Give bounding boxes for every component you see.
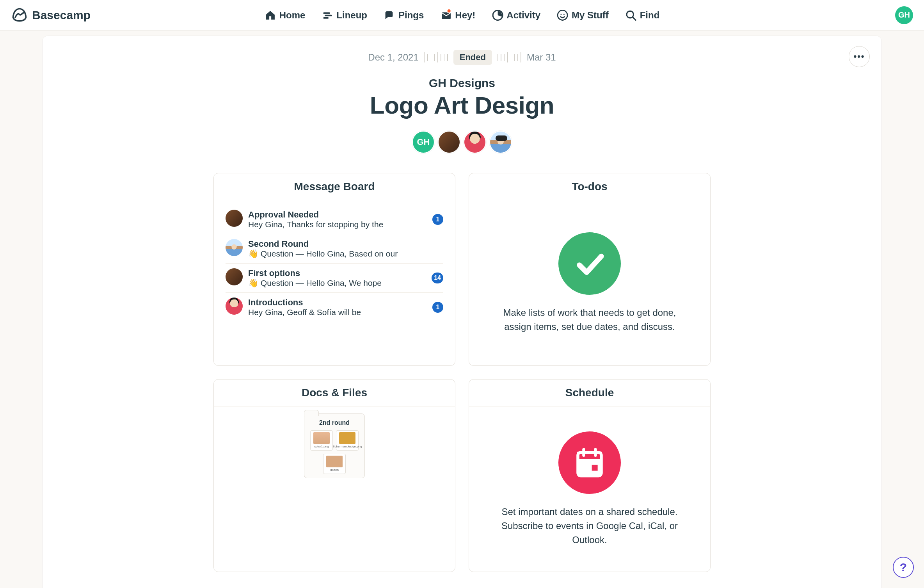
nav-pings-label: Pings	[398, 10, 424, 21]
calendar-icon	[572, 445, 607, 480]
nav-home-label: Home	[279, 10, 306, 21]
svg-point-4	[558, 10, 568, 20]
message-title: Approval Needed	[248, 210, 428, 220]
current-user-initials: GH	[898, 11, 910, 20]
message-item[interactable]: Introductions Hey Gina, Geoff & Sofía wi…	[226, 293, 443, 322]
member-avatar[interactable]	[489, 131, 512, 153]
org-name: GH Designs	[58, 77, 866, 90]
docs-folder[interactable]: 2nd round color1.png Schermandesign.png	[304, 413, 365, 478]
card-schedule[interactable]: Schedule Set important dates on a shared…	[469, 379, 711, 572]
more-icon: •••	[853, 52, 865, 62]
project-more-button[interactable]: •••	[849, 46, 870, 67]
mystuff-icon	[557, 9, 569, 21]
nav-hey-label: Hey!	[455, 10, 475, 21]
file-label: dozen	[330, 469, 339, 472]
svg-rect-12	[591, 464, 599, 471]
message-avatar	[226, 268, 243, 285]
checkmark-icon	[572, 246, 607, 281]
todos-desc: Make lists of work that needs to get don…	[492, 306, 687, 334]
svg-rect-1	[325, 14, 332, 16]
svg-line-8	[633, 17, 636, 20]
svg-rect-0	[323, 12, 330, 14]
message-preview: 👋 Question — Hello Gina, Based on our	[248, 249, 428, 258]
card-message-board[interactable]: Message Board Approval Needed Hey Gina, …	[213, 173, 455, 366]
nav-mystuff-label: My Stuff	[572, 10, 609, 21]
timeline-end-date: Mar 31	[527, 52, 556, 63]
nav-hey[interactable]: Hey!	[440, 9, 475, 21]
nav-mystuff[interactable]: My Stuff	[557, 9, 609, 21]
message-title: Second Round	[248, 239, 428, 249]
folder-name: 2nd round	[308, 419, 361, 426]
member-avatar[interactable]	[464, 131, 486, 153]
brand-logo[interactable]: Basecamp	[11, 7, 91, 24]
help-icon: ?	[900, 561, 907, 574]
message-item[interactable]: First options 👋 Question — Hello Gina, W…	[226, 264, 443, 293]
current-user-avatar[interactable]: GH	[895, 6, 913, 24]
nav-pings[interactable]: Pings	[384, 9, 424, 21]
brand-name: Basecamp	[32, 9, 91, 22]
lineup-icon	[322, 9, 333, 21]
file-thumb[interactable]: dozen	[323, 454, 346, 474]
card-todos[interactable]: To-dos Make lists of work that needs to …	[469, 173, 711, 366]
timeline-ticks-left	[424, 52, 448, 62]
message-item[interactable]: Approval Needed Hey Gina, Thanks for sto…	[226, 205, 443, 234]
activity-icon	[492, 9, 503, 21]
message-text: Introductions Hey Gina, Geoff & Sofía wi…	[248, 298, 443, 317]
timeline-ticks-right	[498, 52, 521, 62]
search-icon	[625, 9, 637, 21]
file-swatch	[339, 432, 355, 444]
help-button[interactable]: ?	[893, 557, 914, 578]
file-label: Schermandesign.png	[332, 445, 362, 449]
schedule-desc: Set important dates on a shared schedule…	[492, 505, 687, 547]
card-title: Docs & Files	[214, 380, 455, 406]
message-title: First options	[248, 268, 428, 278]
card-title: Message Board	[214, 173, 455, 200]
svg-point-5	[561, 14, 562, 15]
nav-center: Home Lineup Pings Hey! Activity My Stuff…	[265, 9, 660, 21]
svg-point-6	[563, 14, 565, 15]
home-icon	[265, 9, 276, 21]
folder-thumbs: color1.png Schermandesign.png dozen	[308, 430, 361, 474]
file-swatch	[313, 432, 330, 444]
nav-find[interactable]: Find	[625, 9, 660, 21]
message-item[interactable]: Second Round 👋 Question — Hello Gina, Ba…	[226, 234, 443, 264]
file-label: color1.png	[314, 445, 329, 449]
timeline-status-chip: Ended	[453, 50, 492, 65]
hey-notification-dot	[446, 9, 451, 13]
file-swatch	[326, 456, 343, 467]
message-list: Approval Needed Hey Gina, Thanks for sto…	[226, 200, 443, 322]
member-avatar[interactable]	[438, 131, 460, 153]
timeline-start-date: Dec 1, 2021	[368, 52, 418, 63]
file-thumb[interactable]: color1.png	[310, 430, 333, 451]
project-title: Logo Art Design	[58, 91, 866, 119]
file-thumb[interactable]: Schermandesign.png	[336, 430, 359, 451]
todos-icon	[558, 232, 621, 295]
nav-activity[interactable]: Activity	[492, 9, 540, 21]
card-docs-files[interactable]: Docs & Files 2nd round color1.png Scherm…	[213, 379, 455, 572]
schedule-body: Set important dates on a shared schedule…	[469, 406, 710, 572]
member-initials: GH	[417, 137, 430, 147]
message-preview: Hey Gina, Thanks for stopping by the	[248, 220, 428, 229]
message-avatar	[226, 210, 243, 227]
docs-body: 2nd round color1.png Schermandesign.png	[214, 406, 455, 572]
message-text: First options 👋 Question — Hello Gina, W…	[248, 268, 443, 288]
svg-rect-2	[323, 17, 329, 19]
schedule-icon	[558, 431, 621, 494]
message-badge: 1	[432, 214, 443, 225]
project-card: ••• Dec 1, 2021 Ended Mar 31 GH Designs …	[43, 36, 881, 588]
project-members[interactable]: GH	[58, 131, 866, 153]
tools-grid: Message Board Approval Needed Hey Gina, …	[58, 173, 866, 572]
message-badge: 14	[432, 273, 443, 283]
member-avatar[interactable]: GH	[412, 131, 435, 153]
nav-activity-label: Activity	[506, 10, 540, 21]
project-timeline: Dec 1, 2021 Ended Mar 31	[58, 50, 866, 65]
message-badge: 1	[432, 302, 443, 313]
message-preview: 👋 Question — Hello Gina, We hope	[248, 278, 428, 288]
message-title: Introductions	[248, 298, 428, 308]
nav-lineup[interactable]: Lineup	[322, 9, 367, 21]
message-text: Second Round 👋 Question — Hello Gina, Ba…	[248, 239, 443, 258]
nav-home[interactable]: Home	[265, 9, 306, 21]
basecamp-logo-icon	[11, 7, 28, 24]
message-board-body: Approval Needed Hey Gina, Thanks for sto…	[214, 200, 455, 365]
nav-lineup-label: Lineup	[336, 10, 367, 21]
